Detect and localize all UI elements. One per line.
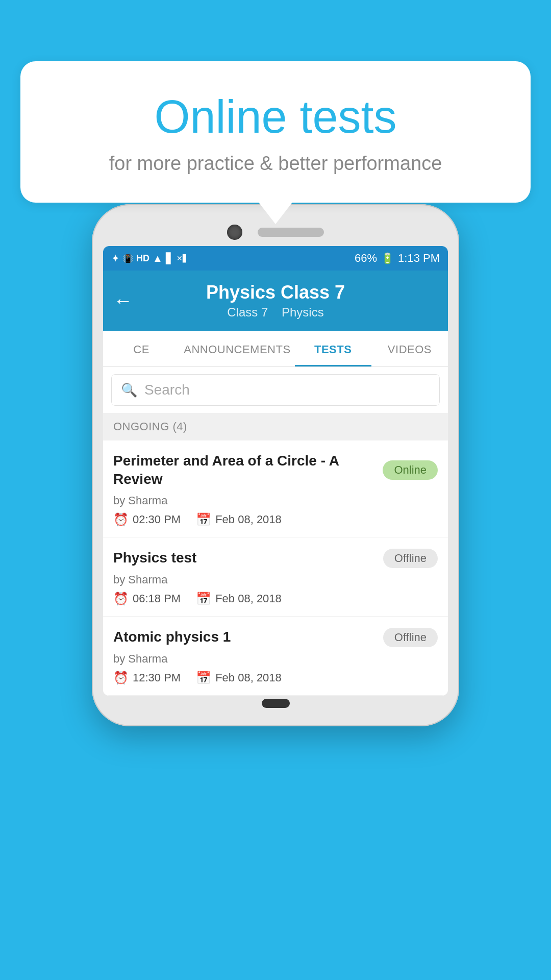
header-subtitle: Class 7 Physics: [113, 305, 438, 320]
time-value: 12:30 PM: [133, 671, 181, 684]
date-meta: 📅 Feb 08, 2018: [196, 592, 282, 606]
date-value: Feb 08, 2018: [215, 513, 282, 526]
test-item[interactable]: Perimeter and Area of a Circle - A Revie…: [103, 440, 448, 537]
time-value: 06:18 PM: [133, 592, 181, 605]
test-meta: ⏰ 12:30 PM 📅 Feb 08, 2018: [113, 671, 438, 685]
tab-announcements[interactable]: ANNOUNCEMENTS: [180, 331, 294, 366]
clock-icon: ⏰: [113, 671, 129, 685]
test-name: Perimeter and Area of a Circle - A Revie…: [113, 452, 378, 489]
calendar-icon: 📅: [196, 671, 211, 685]
section-header: ONGOING (4): [103, 413, 448, 440]
test-item-header: Perimeter and Area of a Circle - A Revie…: [113, 452, 438, 489]
phone-camera: [227, 225, 242, 240]
test-author: by Sharma: [113, 573, 438, 586]
signal-icon: ▋: [166, 252, 173, 264]
status-badge: Online: [383, 460, 438, 480]
date-value: Feb 08, 2018: [215, 671, 282, 684]
time-display: 1:13 PM: [398, 252, 440, 265]
speech-bubble: Online tests for more practice & better …: [20, 61, 531, 203]
test-list: Perimeter and Area of a Circle - A Revie…: [103, 440, 448, 696]
tab-ce[interactable]: CE: [103, 331, 180, 366]
time-meta: ⏰ 02:30 PM: [113, 512, 181, 527]
app-header: ← Physics Class 7 Class 7 Physics: [103, 271, 448, 331]
test-name: Physics test: [113, 549, 378, 567]
date-value: Feb 08, 2018: [215, 592, 282, 605]
battery-icon: 🔋: [381, 252, 394, 264]
test-meta: ⏰ 02:30 PM 📅 Feb 08, 2018: [113, 512, 438, 527]
section-label: ONGOING (4): [113, 420, 187, 433]
test-item-header: Physics test Offline: [113, 549, 438, 568]
bubble-subtitle: for more practice & better performance: [46, 153, 505, 175]
clock-icon: ⏰: [113, 512, 129, 527]
date-meta: 📅 Feb 08, 2018: [196, 512, 282, 527]
header-class: Class 7: [227, 305, 268, 319]
bubble-title: Online tests: [46, 92, 505, 142]
status-badge: Offline: [383, 628, 438, 647]
tab-tests[interactable]: TESTS: [295, 331, 371, 366]
status-bar: ✦ 📳 HD ▲ ▋ ✕▋ 66% 🔋 1:13 PM: [103, 246, 448, 271]
status-bar-left: ✦ 📳 HD ▲ ▋ ✕▋: [111, 252, 350, 264]
calendar-icon: 📅: [196, 512, 211, 527]
tab-videos[interactable]: VIDEOS: [371, 331, 448, 366]
test-name: Atomic physics 1: [113, 628, 378, 646]
phone-speaker: [258, 228, 324, 237]
back-button[interactable]: ←: [113, 290, 133, 312]
wifi-icon: ▲: [153, 253, 163, 264]
status-bar-right: 66% 🔋 1:13 PM: [355, 252, 440, 265]
tabs-container: CE ANNOUNCEMENTS TESTS VIDEOS: [103, 331, 448, 367]
status-badge: Offline: [383, 549, 438, 568]
search-container: 🔍 Search: [103, 367, 448, 413]
time-value: 02:30 PM: [133, 513, 181, 526]
speech-bubble-container: Online tests for more practice & better …: [20, 61, 531, 203]
calendar-icon: 📅: [196, 592, 211, 606]
home-button-bar: [262, 699, 290, 708]
test-item-header: Atomic physics 1 Offline: [113, 628, 438, 647]
time-meta: ⏰ 12:30 PM: [113, 671, 181, 685]
search-placeholder: Search: [144, 382, 190, 398]
header-title: Physics Class 7: [113, 282, 438, 303]
header-subject: Physics: [282, 305, 324, 319]
test-meta: ⏰ 06:18 PM 📅 Feb 08, 2018: [113, 592, 438, 606]
date-meta: 📅 Feb 08, 2018: [196, 671, 282, 685]
phone-outer: ✦ 📳 HD ▲ ▋ ✕▋ 66% 🔋 1:13 PM ← Physics Cl…: [92, 204, 459, 726]
phone-mockup: ✦ 📳 HD ▲ ▋ ✕▋ 66% 🔋 1:13 PM ← Physics Cl…: [92, 204, 459, 726]
test-item[interactable]: Physics test Offline by Sharma ⏰ 06:18 P…: [103, 537, 448, 617]
test-author: by Sharma: [113, 652, 438, 666]
time-meta: ⏰ 06:18 PM: [113, 592, 181, 606]
phone-screen: ✦ 📳 HD ▲ ▋ ✕▋ 66% 🔋 1:13 PM ← Physics Cl…: [103, 246, 448, 696]
vibrate-icon: 📳: [123, 254, 133, 263]
cross-signal-icon: ✕▋: [177, 254, 188, 262]
search-icon: 🔍: [121, 382, 137, 398]
bluetooth-icon: ✦: [111, 252, 120, 264]
battery-percent: 66%: [355, 252, 377, 265]
test-author: by Sharma: [113, 494, 438, 507]
search-bar[interactable]: 🔍 Search: [111, 374, 440, 406]
clock-icon: ⏰: [113, 592, 129, 606]
test-item[interactable]: Atomic physics 1 Offline by Sharma ⏰ 12:…: [103, 617, 448, 696]
hd-label: HD: [136, 253, 149, 264]
